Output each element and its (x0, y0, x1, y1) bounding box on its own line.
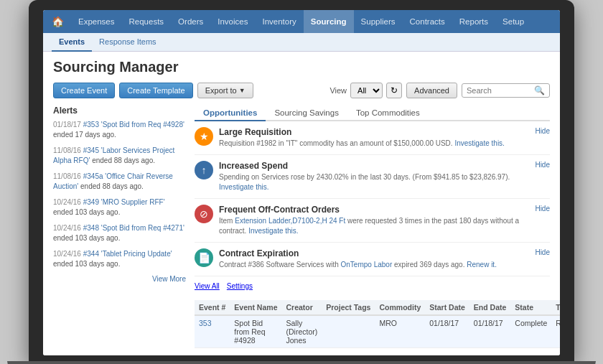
search-input[interactable] (467, 86, 531, 95)
item-link[interactable]: Extension Ladder,D7100-2,H 24 Ft (235, 217, 345, 225)
cell-event-num: 353 (195, 315, 230, 348)
renew-link[interactable]: Renew it. (467, 261, 497, 269)
create-event-button[interactable]: Create Event (53, 83, 115, 98)
search-icon: 🔍 (534, 85, 545, 95)
alert-item: 11/08/16 #345 'Labor Services Project Al… (53, 146, 186, 166)
opportunity-title: Increased Spend (219, 161, 529, 171)
investigate-link[interactable]: Investigate this. (454, 139, 504, 147)
col-creator: Creator (281, 300, 322, 315)
opportunity-item: ↑ Increased Spend Spending on Services r… (195, 161, 550, 199)
opportunity-desc: Spending on Services rose by 2430.02% in… (219, 172, 529, 192)
subnav-events[interactable]: Events (52, 33, 92, 52)
alert-link[interactable]: #349 'MRO Supplier RFF' (83, 198, 165, 206)
col-end-date: End Date (469, 300, 511, 315)
cell-commodity: MRO (375, 315, 425, 348)
advanced-button[interactable]: Advanced (406, 83, 457, 98)
export-to-button[interactable]: Export to ▼ (197, 83, 253, 98)
opportunity-desc: Contract #386 Software Services with OnT… (219, 260, 529, 270)
col-type: Type (551, 300, 560, 315)
cell-event-name: Spot Bid from Req #4928 (230, 315, 281, 348)
col-project-tags: Project Tags (322, 300, 375, 315)
alerts-title: Alerts (53, 106, 186, 116)
alert-link[interactable]: #353 'Spot Bid from Req #4928' (83, 121, 184, 129)
col-event-name: Event Name (230, 300, 281, 315)
view-more-link[interactable]: View More (53, 275, 186, 283)
table-row: 353 Spot Bid from Req #4928 Sally (Direc… (195, 315, 560, 348)
view-control: View All ↻ (329, 83, 402, 98)
investigate-link[interactable]: Investigate this. (219, 183, 268, 191)
nav-invoices[interactable]: Invoices (210, 10, 255, 33)
chevron-down-icon: ▼ (239, 87, 246, 94)
cell-project-tags (322, 315, 375, 348)
subnav-response-items[interactable]: Response Items (92, 33, 163, 52)
alert-date: 10/24/16 (53, 250, 83, 258)
nav-contracts[interactable]: Contracts (403, 10, 452, 33)
cell-state: Complete (510, 315, 551, 348)
investigate-link[interactable]: Investigate this. (248, 227, 298, 235)
tab-opportunities[interactable]: Opportunities (195, 106, 266, 121)
cell-creator: Sally (Director) Jones (281, 315, 322, 348)
alert-suffix: ended 17 days ago. (53, 131, 116, 139)
right-panel: Opportunities Sourcing Savings Top Commo… (195, 106, 550, 348)
tab-sourcing-savings[interactable]: Sourcing Savings (266, 106, 347, 121)
cell-type: RFQ (551, 315, 560, 348)
nav-sourcing[interactable]: Sourcing (304, 10, 354, 33)
nav-setup[interactable]: Setup (495, 10, 531, 33)
view-select[interactable]: All (350, 83, 383, 98)
nav-expenses[interactable]: Expenses (71, 10, 122, 33)
refresh-button[interactable]: ↻ (386, 83, 402, 98)
opportunity-icon: 📄 (195, 248, 213, 267)
nav-reports[interactable]: Reports (452, 10, 495, 33)
nav-orders[interactable]: Orders (171, 10, 210, 33)
opportunity-content: Frequent Off-Contract Orders Item Extens… (219, 205, 529, 236)
hide-button[interactable]: Hide (535, 127, 550, 135)
cell-end-date: 01/18/17 (469, 315, 511, 348)
alert-suffix: ended 88 days ago. (80, 182, 144, 190)
alert-date: 01/18/17 (53, 121, 83, 129)
supplier-link[interactable]: OnTempo Labor (341, 261, 393, 269)
alert-suffix: ended 103 days ago. (53, 260, 120, 268)
top-navigation: 🏠 Expenses Requests Orders Invoices Inve… (43, 10, 560, 33)
col-start-date: Start Date (425, 300, 469, 315)
opportunity-icon: ↑ (195, 161, 213, 179)
opportunity-item: 📄 Contract Expiration Contract #386 Soft… (195, 248, 550, 276)
opportunities-list: ★ Large Requisition Requisition #1982 in… (195, 127, 550, 290)
alert-suffix: ended 88 days ago. (92, 157, 155, 164)
opportunity-title: Frequent Off-Contract Orders (219, 205, 529, 215)
opp-footer: View All Settings (195, 282, 550, 290)
nav-inventory[interactable]: Inventory (255, 10, 303, 33)
tab-bar: Opportunities Sourcing Savings Top Commo… (195, 106, 550, 121)
alert-date: 10/24/16 (53, 198, 83, 206)
hide-button[interactable]: Hide (535, 161, 550, 169)
opportunity-item: ★ Large Requisition Requisition #1982 in… (195, 127, 550, 155)
opportunity-content: Large Requisition Requisition #1982 in "… (219, 127, 529, 149)
hide-button[interactable]: Hide (535, 248, 550, 256)
alert-date: 11/08/16 (53, 146, 83, 154)
alert-link[interactable]: #348 'Spot Bid from Req #4271' (83, 224, 184, 232)
nav-suppliers[interactable]: Suppliers (354, 10, 403, 33)
view-all-link[interactable]: View All (195, 282, 220, 290)
cell-start-date: 01/18/17 (425, 315, 469, 348)
opportunity-content: Increased Spend Spending on Services ros… (219, 161, 529, 192)
opportunity-icon: ★ (195, 127, 213, 146)
alert-item: 10/24/16 #349 'MRO Supplier RFF' ended 1… (53, 197, 186, 218)
main-layout: Alerts 01/18/17 #353 'Spot Bid from Req … (53, 106, 550, 348)
hide-button[interactable]: Hide (535, 205, 550, 213)
settings-link[interactable]: Settings (227, 282, 253, 290)
alert-item: 01/18/17 #353 'Spot Bid from Req #4928' … (53, 120, 186, 140)
opportunity-desc: Requisition #1982 in "IT" commodity has … (219, 139, 529, 149)
alert-item: 10/24/16 #344 'Tablet Pricing Update' en… (53, 249, 186, 269)
nav-requests[interactable]: Requests (122, 10, 172, 33)
view-label: View (329, 86, 347, 95)
alert-suffix: ended 103 days ago. (53, 208, 120, 216)
col-commodity: Commodity (375, 300, 425, 315)
search-box: 🔍 (462, 83, 550, 98)
home-icon[interactable]: 🏠 (49, 16, 71, 27)
create-template-button[interactable]: Create Template (119, 83, 193, 98)
col-event-num: Event # (195, 300, 230, 315)
col-state: State (510, 300, 551, 315)
tab-top-commodities[interactable]: Top Commodities (347, 106, 429, 121)
event-num-link[interactable]: 353 (199, 319, 212, 327)
alert-link[interactable]: #344 'Tablet Pricing Update' (83, 250, 172, 258)
alert-suffix: ended 103 days ago. (53, 234, 120, 242)
